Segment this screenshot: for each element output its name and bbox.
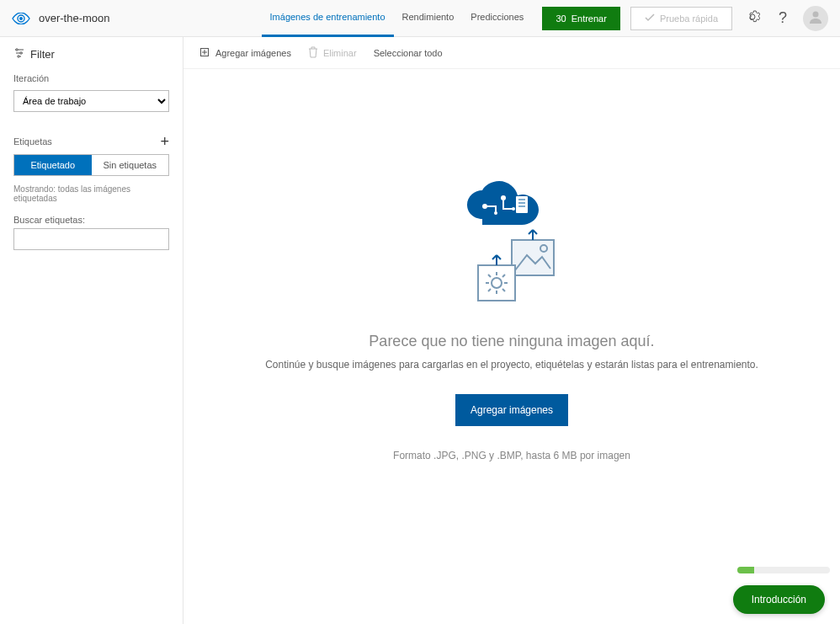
svg-rect-10 [516, 196, 528, 213]
body: Filter Iteración Área de trabajo Etiquet… [0, 37, 840, 624]
svg-point-8 [501, 195, 506, 200]
empty-state: Parece que no tiene ninguna imagen aquí.… [183, 19, 840, 624]
content: Agregar imágenes Eliminar Seleccionar to… [183, 37, 840, 624]
empty-illustration [453, 181, 571, 316]
tags-label: Etiquetas [13, 136, 52, 147]
svg-point-4 [18, 56, 19, 57]
iteration-select[interactable]: Área de trabajo [13, 90, 169, 112]
empty-subtitle: Continúe y busque imágenes para cargarla… [265, 359, 758, 371]
svg-point-1 [813, 12, 819, 18]
svg-rect-11 [512, 240, 554, 275]
iteration-label: Iteración [13, 73, 169, 83]
showing-text: Mostrando: todas las imágenes etiquetada… [13, 184, 169, 203]
search-tags-label: Buscar etiquetas: [13, 215, 169, 225]
add-images-button[interactable]: Agregar imágenes [455, 394, 568, 426]
svg-point-3 [20, 52, 22, 54]
svg-point-9 [512, 207, 515, 211]
toggle-tagged[interactable]: Etiquetado [14, 155, 92, 175]
tags-header: Etiquetas + [13, 134, 169, 149]
svg-point-7 [494, 211, 497, 215]
search-tags-input[interactable] [13, 228, 169, 250]
toggle-untagged[interactable]: Sin etiquetas [92, 155, 169, 175]
svg-point-2 [16, 49, 18, 51]
intro-button[interactable]: Introducción [733, 585, 825, 614]
project-name: over-the-moon [39, 12, 127, 24]
svg-point-0 [19, 17, 23, 20]
tag-filter-toggle: Etiquetado Sin etiquetas [13, 154, 169, 176]
plus-icon: + [160, 133, 169, 150]
svg-rect-13 [478, 265, 515, 301]
format-hint: Formato .JPG, .PNG y .BMP, hasta 6 MB po… [393, 450, 630, 461]
svg-point-6 [482, 204, 487, 209]
intro-progress-fill [737, 567, 754, 573]
filter-icon [13, 47, 25, 61]
filter-header: Filter [13, 47, 169, 61]
filter-label: Filter [30, 48, 55, 61]
intro-progress [737, 567, 830, 573]
add-tag-button[interactable]: + [160, 134, 169, 149]
sidebar: Filter Iteración Área de trabajo Etiquet… [0, 37, 183, 624]
logo-eye-icon [12, 13, 30, 24]
empty-title: Parece que no tiene ninguna imagen aquí. [369, 333, 654, 350]
